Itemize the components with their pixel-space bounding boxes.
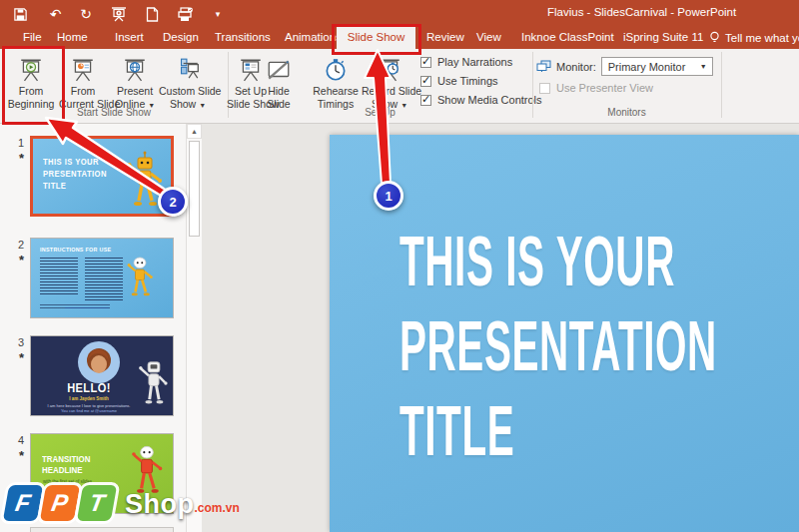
slide-number: 3 [8, 336, 24, 348]
print-preview-icon[interactable] [175, 4, 195, 24]
custom-slide-show-button[interactable]: Custom Slide Show ▼ [159, 51, 217, 112]
checkbox-checked-icon[interactable] [420, 76, 431, 87]
screen-chart-icon [59, 51, 107, 85]
robot-illustration [125, 253, 155, 304]
animation-star-indicator: * [8, 350, 24, 365]
thumbnail-4-subtitle: with the first set of slides [43, 479, 92, 484]
thumbnail-2-body-text [40, 258, 78, 295]
tab-ispring-suite[interactable]: iSpring Suite 11 [623, 26, 703, 49]
tab-inknoe-classpoint[interactable]: Inknoe ClassPoint [521, 26, 614, 49]
thumbnail-3-line: You can find me at @username [31, 408, 147, 413]
robot-illustration [129, 442, 165, 502]
group-label-start-slide-show: Start Slide Show [0, 107, 228, 118]
checkbox-checked-icon[interactable] [420, 57, 431, 68]
robot-illustration [125, 151, 165, 213]
tab-slide-show[interactable]: Slide Show [337, 26, 415, 49]
undo-caret-icon[interactable]: ▾ [52, 10, 56, 19]
thumbnail-2-body-text [85, 258, 123, 301]
hide-slide-icon [259, 51, 299, 85]
tab-file[interactable]: File [23, 26, 42, 49]
slide-number: 2 [8, 239, 24, 251]
robot-illustration [137, 354, 171, 412]
screen-globe-icon [110, 51, 160, 85]
tell-me-box[interactable]: Tell me what you [709, 26, 799, 49]
tab-insert[interactable]: Insert [115, 26, 144, 49]
monitor-dropdown[interactable]: Primary Monitor ▼ [601, 57, 713, 76]
animation-star-indicator: * [8, 448, 24, 463]
scrollbar-thumb[interactable] [189, 141, 200, 237]
redo-icon[interactable]: ↻ [76, 4, 96, 24]
rehearse-timings-button[interactable]: Rehearse Timings [310, 51, 362, 111]
hide-slide-button[interactable]: Hide Slide [259, 51, 299, 111]
thumbnail-2-heading: INSTRUCTIONS FOR USE [40, 247, 111, 253]
slide-thumbnail-panel: 1 * THIS IS YOUR PRESENTATION TITLE 2 * [0, 124, 202, 532]
window-title: Flavius - SlidesCarnival - PowerPoint [547, 6, 736, 18]
tab-home[interactable]: Home [57, 26, 88, 49]
powerpoint-window: { "window": { "title": "Flavius - Slides… [0, 0, 799, 532]
tab-transitions[interactable]: Transitions [215, 26, 271, 49]
slide-thumbnail-2[interactable]: INSTRUCTIONS FOR USE [30, 238, 174, 318]
thumbnail-4-title-line: TRANSITION [42, 454, 90, 465]
speaker-photo [77, 340, 121, 384]
record-slide-show-button[interactable]: Record Slide Show ▼ [362, 51, 417, 112]
thumbnail-4-title-line: HEADLINE [42, 465, 90, 476]
undo-icon[interactable]: ↶▾ [43, 4, 63, 24]
slide-thumbnail-5-partial[interactable] [30, 527, 174, 532]
from-beginning-button[interactable]: From Beginning [4, 51, 58, 111]
stopwatch-icon [310, 51, 362, 85]
slide-number: 4 [8, 434, 24, 446]
tab-review[interactable]: Review [426, 26, 464, 49]
slide-thumbnail-4[interactable]: TRANSITION HEADLINE with the first set o… [30, 433, 174, 514]
dropdown-caret-icon: ▼ [700, 63, 707, 70]
ribbon-tabs: File Home Insert Design Transitions Anim… [0, 26, 799, 49]
quick-access-toolbar: ↶▾ ↻ ▾ [10, 4, 228, 24]
tab-design[interactable]: Design [163, 26, 199, 49]
tell-me-label: Tell me what you [725, 32, 799, 44]
group-separator [721, 52, 722, 118]
scrollbar-up-arrow[interactable]: ▲ [187, 124, 202, 139]
customize-quick-access-icon[interactable]: ▾ [208, 4, 228, 24]
new-file-icon[interactable] [142, 4, 162, 24]
lightbulb-icon [709, 31, 720, 45]
thumbnail-3-title: HELLO! [40, 380, 139, 395]
start-from-beginning-icon[interactable] [109, 4, 129, 24]
monitor-icon [536, 60, 551, 73]
slide-number: 1 [8, 137, 24, 149]
from-current-slide-button[interactable]: From Current Slide [59, 51, 107, 111]
screen-play-icon [4, 51, 58, 85]
animation-star-indicator: * [8, 253, 24, 267]
use-timings-checkbox[interactable]: Use Timings [420, 75, 498, 87]
monitor-row: Monitor: Primary Monitor ▼ [536, 57, 713, 76]
slide-title-text[interactable]: THIS IS YOUR PRESENTATION TITLE [400, 219, 717, 473]
group-label-monitors: Monitors [532, 107, 721, 118]
slide-thumbnail-1[interactable]: THIS IS YOUR PRESENTATION TITLE [30, 136, 174, 217]
checkbox-checked-icon[interactable] [420, 95, 431, 106]
thumbnail-2-link [65, 307, 109, 308]
tab-view[interactable]: View [476, 26, 501, 49]
group-label-set-up: Set Up [228, 107, 532, 118]
present-online-button[interactable]: Present Online ▼ [110, 51, 160, 112]
thumbnail-3-subtitle: I am Jayden Smith [31, 396, 147, 401]
slide-thumbnail-3[interactable]: HELLO! I am Jayden Smith I am here becau… [30, 335, 174, 416]
ribbon: From Beginning From Current Slide Presen… [0, 49, 799, 124]
show-media-controls-checkbox[interactable]: Show Media Controls [420, 94, 542, 106]
use-presenter-view-checkbox[interactable]: Use Presenter View [539, 82, 653, 94]
slide-canvas[interactable]: THIS IS YOUR PRESENTATION TITLE [330, 135, 799, 532]
play-narrations-checkbox[interactable]: Play Narrations [420, 56, 512, 68]
tab-slide-show-active[interactable]: Slide Show [337, 26, 415, 49]
monitor-label: Monitor: [556, 61, 596, 73]
thumbnail-scrollbar[interactable]: ▲ [186, 124, 202, 532]
save-icon[interactable] [10, 4, 30, 24]
animation-star-indicator: * [8, 151, 24, 166]
checkbox-unchecked-icon[interactable] [539, 83, 550, 94]
tab-animations[interactable]: Animations [285, 26, 342, 49]
workspace: 1 * THIS IS YOUR PRESENTATION TITLE 2 * [0, 124, 799, 532]
title-bar: ↶▾ ↻ ▾ Flavius - SlidesCarnival - PowerP… [0, 0, 799, 49]
screen-record-icon [362, 51, 417, 85]
screen-list-icon [159, 51, 217, 85]
